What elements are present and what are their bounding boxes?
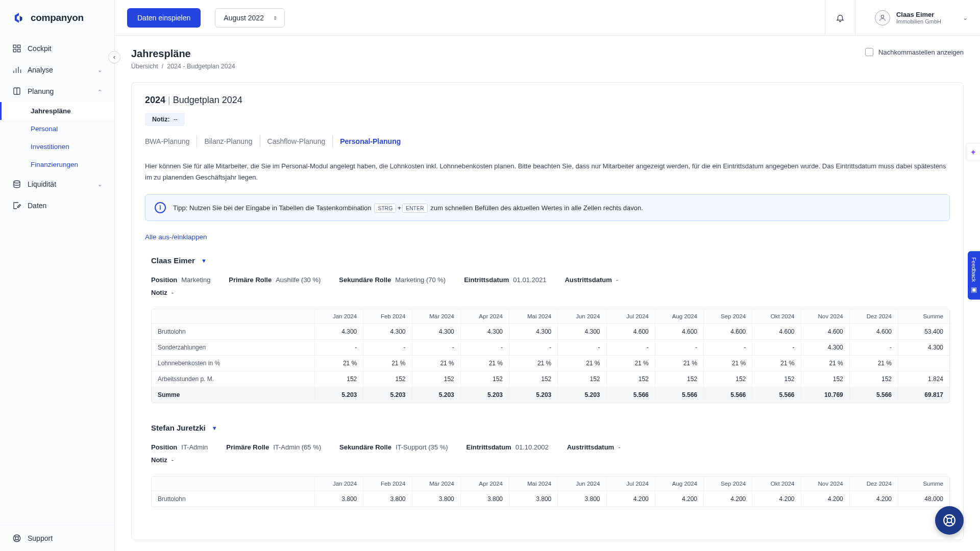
grid-cell[interactable]: 152 bbox=[850, 371, 898, 387]
svg-rect-2 bbox=[13, 49, 16, 52]
grid-cell[interactable]: - bbox=[315, 340, 363, 355]
grid-cell[interactable]: 21 % bbox=[704, 356, 752, 371]
grid-cell[interactable]: - bbox=[607, 340, 655, 355]
grid-cell[interactable]: 152 bbox=[801, 371, 850, 387]
grid-cell[interactable]: 21 % bbox=[801, 356, 850, 371]
grid-cell[interactable]: 21 % bbox=[509, 356, 558, 371]
grid-cell[interactable]: 21 % bbox=[315, 356, 363, 371]
grid-cell[interactable]: 21 % bbox=[850, 356, 898, 371]
grid-cell[interactable]: 152 bbox=[558, 371, 606, 387]
tab-bilanz[interactable]: Bilanz-Planung bbox=[197, 135, 260, 147]
period-selector[interactable]: August 2022 bbox=[215, 8, 285, 28]
grid-cell[interactable]: - bbox=[850, 340, 898, 355]
grid-cell[interactable]: 3.800 bbox=[412, 491, 461, 507]
grid-cell: 5.566 bbox=[607, 387, 655, 403]
month-header: Apr 2024 bbox=[461, 309, 509, 323]
grid-cell[interactable]: - bbox=[558, 340, 606, 355]
nav-finanzierungen[interactable]: Finanzierungen bbox=[0, 156, 114, 173]
grid-cell[interactable]: 152 bbox=[655, 371, 704, 387]
notifications-button[interactable] bbox=[825, 0, 855, 36]
toggle-all-link[interactable]: Alle aus-/einklappen bbox=[145, 233, 207, 241]
user-menu[interactable]: Claas Eimer Immobilien GmbH ⌄ bbox=[865, 10, 968, 26]
tab-cashflow[interactable]: Cashflow-Planung bbox=[260, 135, 333, 147]
grid-cell[interactable]: 152 bbox=[607, 371, 655, 387]
grid-cell[interactable]: 152 bbox=[412, 371, 461, 387]
grid-cell[interactable]: 3.800 bbox=[363, 491, 412, 507]
chart-icon bbox=[12, 65, 21, 74]
nav-label: Liquidität bbox=[28, 180, 56, 188]
tab-personal[interactable]: Personal-Planung bbox=[333, 135, 408, 147]
grid-cell[interactable]: 21 % bbox=[461, 356, 509, 371]
meta-pair: Austrittsdatum- bbox=[565, 276, 618, 284]
grid-cell[interactable]: 21 % bbox=[558, 356, 606, 371]
grid-cell[interactable]: - bbox=[752, 340, 801, 355]
grid-cell[interactable]: 3.800 bbox=[315, 491, 363, 507]
grid-cell[interactable]: 152 bbox=[509, 371, 558, 387]
grid-cell[interactable]: 4.600 bbox=[704, 324, 752, 339]
grid-cell[interactable]: 152 bbox=[315, 371, 363, 387]
nav-personal[interactable]: Personal bbox=[0, 120, 114, 138]
grid-cell[interactable]: 4.200 bbox=[704, 491, 752, 507]
grid-cell[interactable]: 21 % bbox=[655, 356, 704, 371]
grid-cell[interactable]: 21 % bbox=[607, 356, 655, 371]
grid-cell[interactable]: 3.800 bbox=[509, 491, 558, 507]
grid-cell[interactable]: - bbox=[509, 340, 558, 355]
grid-cell[interactable]: 3.800 bbox=[558, 491, 606, 507]
nav-jahresplaene[interactable]: Jahrespläne bbox=[0, 102, 114, 120]
grid-cell[interactable]: 4.300 bbox=[412, 324, 461, 339]
nav-planung[interactable]: Planung ⌄ bbox=[0, 81, 114, 102]
tab-bwa[interactable]: BWA-Planung bbox=[145, 135, 197, 147]
grid-cell[interactable]: - bbox=[655, 340, 704, 355]
grid-cell[interactable]: 4.600 bbox=[607, 324, 655, 339]
user-company: Immobilien GmbH bbox=[896, 18, 941, 24]
grid-cell[interactable]: 4.300 bbox=[461, 324, 509, 339]
nav-liquiditaet[interactable]: Liquidität ⌄ bbox=[0, 173, 114, 195]
breadcrumb-root[interactable]: Übersicht bbox=[131, 63, 158, 70]
nav-investitionen[interactable]: Investitionen bbox=[0, 138, 114, 156]
grid-cell[interactable]: 4.200 bbox=[752, 491, 801, 507]
svg-rect-0 bbox=[13, 45, 16, 47]
grid-cell[interactable]: 21 % bbox=[412, 356, 461, 371]
grid-cell[interactable]: 4.200 bbox=[607, 491, 655, 507]
grid-cell[interactable]: 152 bbox=[752, 371, 801, 387]
grid-cell[interactable]: 4.600 bbox=[752, 324, 801, 339]
employee-name: Stefan Juretzki bbox=[151, 423, 206, 432]
grid-cell[interactable]: 152 bbox=[461, 371, 509, 387]
feedback-tab[interactable]: Feedback bbox=[968, 251, 980, 299]
grid-cell[interactable]: 4.300 bbox=[363, 324, 412, 339]
grid-cell[interactable]: 4.200 bbox=[801, 491, 850, 507]
nav-daten[interactable]: Daten bbox=[0, 195, 114, 216]
plan-note[interactable]: Notiz: -- bbox=[145, 113, 185, 126]
grid-cell[interactable]: 4.600 bbox=[850, 324, 898, 339]
grid-cell[interactable]: 21 % bbox=[363, 356, 412, 371]
grid-cell[interactable]: 4.600 bbox=[655, 324, 704, 339]
brand-logo[interactable]: companyon bbox=[0, 0, 114, 35]
month-header: Sep 2024 bbox=[704, 477, 752, 491]
grid-cell[interactable]: - bbox=[412, 340, 461, 355]
ai-sparkle-button[interactable]: ✦ bbox=[966, 143, 980, 161]
grid-cell[interactable]: 4.600 bbox=[801, 324, 850, 339]
employee-toggle[interactable]: Stefan Juretzki▼ bbox=[145, 423, 950, 432]
employee-toggle[interactable]: Claas Eimer▼ bbox=[145, 256, 950, 265]
grid-cell[interactable]: 4.300 bbox=[315, 324, 363, 339]
grid-cell[interactable]: 21 % bbox=[752, 356, 801, 371]
grid-cell[interactable]: - bbox=[363, 340, 412, 355]
grid-cell[interactable]: 3.800 bbox=[461, 491, 509, 507]
grid-cell[interactable]: 4.300 bbox=[558, 324, 606, 339]
grid-cell[interactable]: 152 bbox=[363, 371, 412, 387]
grid-cell[interactable]: 4.300 bbox=[509, 324, 558, 339]
import-data-button[interactable]: Daten einspielen bbox=[127, 8, 201, 28]
triangle-down-icon: ▼ bbox=[201, 258, 207, 264]
decimals-checkbox[interactable]: Nachkommastellen anzeigen bbox=[865, 48, 964, 56]
help-fab[interactable] bbox=[935, 506, 964, 535]
grid-cell[interactable]: 4.200 bbox=[850, 491, 898, 507]
grid-cell[interactable]: 4.300 bbox=[801, 340, 850, 355]
content-scroll[interactable]: Jahrespläne Übersicht / 2024 - Budgetpla… bbox=[115, 36, 980, 551]
grid-cell[interactable]: - bbox=[461, 340, 509, 355]
grid-cell[interactable]: - bbox=[704, 340, 752, 355]
grid-cell[interactable]: 152 bbox=[704, 371, 752, 387]
grid-cell[interactable]: 4.200 bbox=[655, 491, 704, 507]
nav-cockpit[interactable]: Cockpit bbox=[0, 38, 114, 59]
nav-support[interactable]: Support bbox=[0, 525, 114, 551]
nav-analyse[interactable]: Analyse ⌄ bbox=[0, 59, 114, 81]
